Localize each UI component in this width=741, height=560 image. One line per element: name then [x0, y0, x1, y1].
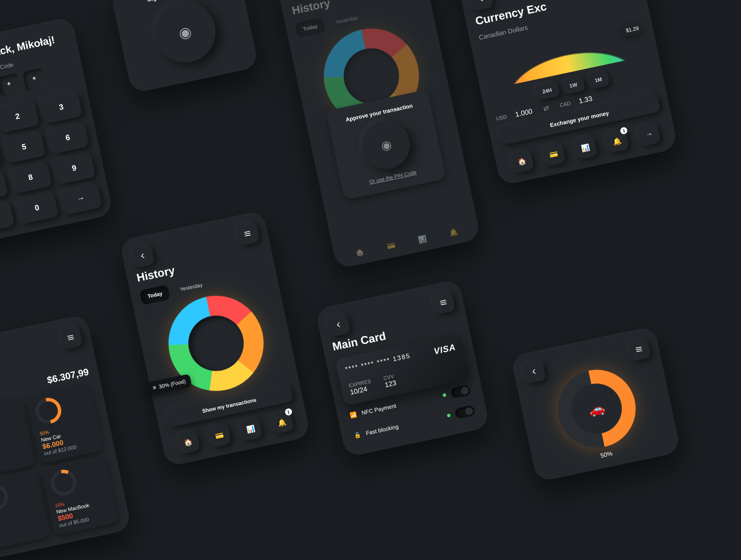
- nav-stats[interactable]: 📊: [573, 135, 598, 160]
- cad-label: CAD: [559, 100, 571, 108]
- swap-icon[interactable]: ⇄: [543, 103, 550, 112]
- keypad-0[interactable]: 0: [16, 192, 58, 224]
- nav-card[interactable]: 💳: [207, 423, 232, 448]
- cvv-value: 123: [384, 379, 397, 389]
- back-button[interactable]: [522, 359, 546, 384]
- badge: 1: [620, 126, 628, 135]
- savings-item[interactable]: 10% New MacBook $500 out of $5.000: [41, 455, 119, 536]
- pin-digit[interactable]: *: [22, 68, 47, 92]
- back-button[interactable]: [130, 244, 155, 268]
- status-dot: [447, 413, 451, 418]
- progress-ring: [0, 482, 10, 513]
- visa-logo: VISA: [433, 342, 457, 357]
- back-button[interactable]: [469, 0, 494, 12]
- keypad-back[interactable]: ←: [0, 201, 15, 233]
- goal-screen: 🚗 50%: [510, 326, 681, 482]
- progress-ring: [33, 395, 64, 426]
- touchid-card: Sign in with Touch ID ◉: [110, 0, 259, 94]
- maincard-screen: Main Card **** **** **** 1385 VISA EXPIR…: [315, 279, 490, 457]
- car-icon: 🚗: [550, 363, 643, 455]
- savings-item[interactable]: 50% New Car $6.000 out of $12.000: [26, 383, 104, 464]
- status-dot: [443, 393, 447, 397]
- approve-fingerprint[interactable]: ◉: [358, 117, 414, 173]
- nav-next[interactable]: →: [637, 122, 662, 147]
- range-24h[interactable]: 24H: [534, 81, 560, 100]
- wifi-icon: 📶: [349, 411, 357, 418]
- keypad-go[interactable]: →: [59, 182, 102, 215]
- nav-home[interactable]: 🏠: [176, 430, 200, 455]
- exchange-screen: 🏠 Currency Exc Canadian Dollars $1.29 24…: [452, 0, 678, 186]
- range-1m[interactable]: 1M: [587, 70, 610, 89]
- goal-progress-ring: 🚗: [550, 363, 643, 455]
- keypad-8[interactable]: 8: [9, 161, 52, 194]
- signin-screen: Welcome back, Mikołaj! Sign in using you…: [0, 16, 114, 245]
- keypad-7[interactable]: 7: [0, 170, 8, 203]
- chart-icon[interactable]: 📊: [417, 234, 428, 244]
- use-pin-link[interactable]: Or use the PIN Code: [351, 166, 435, 189]
- keypad-9[interactable]: 9: [53, 152, 96, 184]
- keypad-4[interactable]: 4: [0, 140, 2, 173]
- nfc-toggle[interactable]: [450, 385, 471, 399]
- tab-yesterday[interactable]: Yesterday: [172, 276, 211, 298]
- home-icon[interactable]: 🏠: [355, 247, 365, 257]
- menu-button[interactable]: [235, 222, 260, 246]
- donut-label: 30% (Food): [158, 378, 186, 390]
- back-button[interactable]: [326, 313, 351, 337]
- nav-bell[interactable]: 🔔1: [270, 410, 294, 434]
- block-label: Fast blocking: [365, 423, 399, 436]
- savings-item[interactable]: 5%: [0, 469, 51, 550]
- pin-digit[interactable]: *: [0, 73, 21, 98]
- tab-yesterday[interactable]: Yesterday: [327, 9, 366, 31]
- card-icon[interactable]: 💳: [386, 241, 396, 251]
- range-1w[interactable]: 1W: [561, 76, 585, 95]
- keypad-5[interactable]: 5: [2, 131, 45, 163]
- item-name: aris: [0, 441, 26, 457]
- menu-button[interactable]: [431, 290, 456, 315]
- touchid-button[interactable]: ◉: [149, 0, 221, 68]
- menu-button[interactable]: [627, 337, 651, 362]
- usd-value: 1.000: [515, 107, 533, 118]
- menu-button[interactable]: [58, 325, 83, 350]
- bell-icon[interactable]: 🔔: [449, 228, 459, 238]
- nav-card[interactable]: 💳: [541, 142, 566, 167]
- nav-stats[interactable]: 📊: [238, 417, 263, 441]
- donut-tooltip: ✕ 30% (Food): [146, 374, 192, 396]
- cad-value: 1.33: [578, 94, 593, 105]
- savings-screen: avings eady Saved: $6.307,99 100% aris 5…: [0, 314, 132, 560]
- nav-home[interactable]: 🏠: [510, 149, 534, 174]
- keypad-6[interactable]: 6: [46, 121, 89, 154]
- tab-today[interactable]: Today: [140, 285, 171, 305]
- badge: 1: [284, 408, 293, 416]
- block-toggle[interactable]: [454, 405, 475, 419]
- nav-bell[interactable]: 🔔1: [605, 128, 629, 153]
- card-number: **** **** **** 1385: [345, 352, 411, 373]
- keypad-2[interactable]: 2: [0, 100, 39, 133]
- keypad-3[interactable]: 3: [40, 91, 83, 124]
- utensils-icon: ✕: [151, 385, 157, 392]
- tab-today[interactable]: Today: [295, 17, 326, 37]
- usd-label: USD: [496, 114, 508, 122]
- lock-icon: 🔒: [353, 431, 361, 439]
- history-screen: History Today Yesterday ✕ 30% (Food) Sho…: [119, 210, 311, 467]
- progress-ring: [48, 467, 79, 498]
- fingerprint-icon: ◉: [177, 22, 193, 42]
- approve-screen: History Today Yesterday Approve your tra…: [275, 0, 481, 269]
- fingerprint-icon: ◉: [380, 137, 393, 153]
- nfc-label: NFC Payment: [361, 402, 397, 416]
